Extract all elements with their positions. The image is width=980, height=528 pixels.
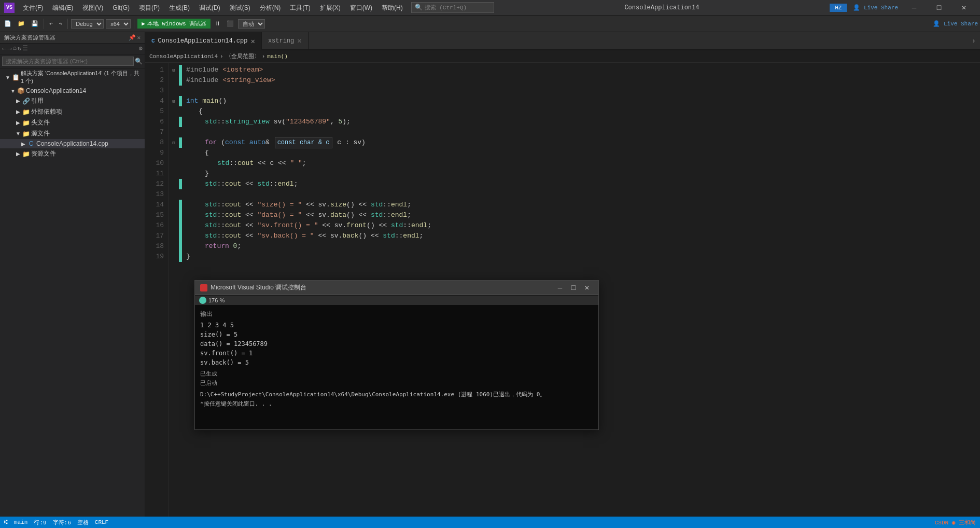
str-16: "sv.front() = "	[257, 220, 318, 231]
tree-references[interactable]: ▶ 🔗 引用	[0, 95, 145, 106]
toolbar-live-share[interactable]: 👤 Live Share	[933, 20, 978, 27]
menu-analyze[interactable]: 分析(N)	[256, 0, 285, 16]
breadcrumb-project[interactable]: ConsoleApplication14	[149, 53, 218, 60]
search-magnify-icon: 🔍	[135, 58, 143, 65]
tab-scroll-right-icon[interactable]: ›	[968, 37, 980, 45]
solution-expand-icon[interactable]: ▼	[4, 75, 11, 80]
tree-sources[interactable]: ▼ 📁 源文件	[0, 128, 145, 139]
close-button[interactable]: ✕	[952, 0, 976, 16]
status-space: 空格	[77, 519, 89, 526]
toolbar-save[interactable]: 💾	[29, 19, 40, 28]
tab-close-icon[interactable]: ✕	[250, 37, 255, 46]
toolbar-live-share-label: Live Share	[944, 21, 978, 27]
func-endl-15: endl	[391, 210, 407, 220]
sidebar-back-icon[interactable]: ←	[2, 45, 6, 53]
sidebar-settings-icon[interactable]: ⚙	[139, 45, 143, 53]
ln-9: 9	[145, 148, 164, 158]
references-expand-icon[interactable]: ▶	[15, 98, 22, 104]
code-line-7	[186, 127, 976, 137]
debug-console-title-bar: Microsoft Visual Studio 调试控制台 — □ ✕	[195, 281, 598, 295]
fold-8[interactable]: ⊟	[169, 137, 179, 148]
live-share-button[interactable]: 👤 Live Share	[853, 4, 898, 11]
breadcrumb-scope[interactable]: 〈全局范围〉	[226, 52, 260, 60]
menu-help[interactable]: 帮助(H)	[377, 0, 407, 16]
output-line-1: 1 2 3 4 5	[200, 321, 593, 330]
debug-console-maximize-button[interactable]: □	[567, 283, 580, 293]
main-layout: 解决方案资源管理器 📌 ✕ ← → ⌂ ↻ ☰ ⚙ 🔍 ▼ 📋	[0, 32, 980, 517]
ln-10: 10	[145, 158, 164, 169]
menu-debug[interactable]: 调试(D)	[195, 0, 225, 16]
tree-headers[interactable]: ▶ 📁 头文件	[0, 117, 145, 128]
status-branch-icon: ⑆	[4, 519, 8, 525]
kw-for: for	[205, 137, 221, 148]
toolbar-pause[interactable]: ⏸	[213, 19, 222, 28]
num-6: 5	[339, 117, 343, 127]
fold-2	[169, 75, 179, 86]
code-line-14: std::cout << "size() = " << sv.size() <<…	[186, 200, 976, 210]
sidebar-home-icon[interactable]: ⌂	[13, 45, 17, 53]
search-bar[interactable]: 🔍 搜索 (Ctrl+Q)	[411, 2, 494, 13]
fold-4[interactable]: ⊟	[169, 96, 179, 106]
menu-project[interactable]: 项目(P)	[135, 0, 164, 16]
toolbar-new[interactable]: 📄	[2, 19, 13, 28]
minimize-button[interactable]: —	[902, 0, 926, 16]
ln-15: 15	[145, 210, 164, 220]
cpp-file-icon: C	[27, 140, 35, 147]
sources-expand-icon[interactable]: ▼	[15, 131, 22, 136]
resources-expand-icon[interactable]: ▶	[15, 151, 22, 157]
ln-5: 5	[145, 106, 164, 117]
cpp-expand-icon[interactable]: ▶	[20, 141, 27, 147]
toolbar-separator-2	[67, 19, 68, 29]
sidebar-search[interactable]: 🔍	[0, 54, 145, 68]
platform-select[interactable]: x64	[106, 19, 131, 29]
tree-project[interactable]: ▼ 📦 ConsoleApplication14	[0, 86, 145, 95]
menu-git[interactable]: Git(G)	[108, 0, 134, 16]
project-expand-icon[interactable]: ▼	[9, 88, 17, 94]
tree-resources[interactable]: ▶ 📁 资源文件	[0, 148, 145, 159]
menu-extensions[interactable]: 扩展(X)	[316, 0, 345, 16]
str-6: "123456789"	[286, 117, 330, 127]
file-tree: ▼ 📋 解决方案 'ConsoleApplication14' (1 个项目，共…	[0, 68, 145, 517]
tree-external[interactable]: ▶ 📁 外部依赖项	[0, 106, 145, 117]
sidebar-search-input[interactable]	[2, 57, 134, 66]
window-title: ConsoleApplication14	[624, 4, 699, 11]
semi-10: ;	[302, 158, 306, 169]
toolbar-redo[interactable]: ↷	[57, 19, 65, 28]
menu-build[interactable]: 生成(B)	[165, 0, 194, 16]
fold-18	[169, 241, 179, 252]
fold-14	[169, 200, 179, 210]
tree-cpp-file[interactable]: ▶ C ConsoleApplication14.cpp	[0, 139, 145, 148]
debug-console-close-button[interactable]: ✕	[581, 283, 593, 293]
debug-console-minimize-button[interactable]: —	[554, 283, 566, 293]
status-indicator	[199, 297, 206, 304]
auto-select[interactable]: 自动	[238, 19, 265, 29]
breadcrumb-func[interactable]: main()	[267, 53, 288, 60]
func-front-16: front	[346, 220, 367, 231]
sidebar-close-icon[interactable]: ✕	[137, 34, 141, 41]
run-button[interactable]: ▶ 本地 Windows 调试器	[137, 19, 211, 29]
maximize-button[interactable]: □	[927, 0, 951, 16]
op-15d: ::	[383, 210, 391, 220]
menu-test[interactable]: 测试(S)	[226, 0, 255, 16]
sidebar-refresh-icon[interactable]: ↻	[18, 45, 21, 53]
sidebar-filter-icon[interactable]: ☰	[22, 45, 28, 53]
external-expand-icon[interactable]: ▶	[15, 109, 22, 115]
headers-expand-icon[interactable]: ▶	[15, 120, 22, 126]
toolbar-open[interactable]: 📁	[16, 19, 27, 28]
sidebar-pin-icon[interactable]: 📌	[129, 34, 136, 41]
debug-config-select[interactable]: Debug	[71, 19, 104, 29]
ns-15: std	[205, 210, 217, 220]
menu-window[interactable]: 窗口(W)	[346, 0, 376, 16]
tree-solution[interactable]: ▼ 📋 解决方案 'ConsoleApplication14' (1 个项目，共…	[0, 68, 145, 86]
menu-edit[interactable]: 编辑(E)	[48, 0, 77, 16]
menu-tools[interactable]: 工具(T)	[286, 0, 314, 16]
menu-view[interactable]: 视图(V)	[78, 0, 107, 16]
tab-xstring[interactable]: xstring ✕	[262, 32, 309, 50]
menu-file[interactable]: 文件(F)	[19, 0, 47, 16]
op-17b: <<	[241, 231, 257, 241]
tab-cpp[interactable]: C ConsoleApplication14.cpp ✕	[145, 32, 262, 50]
toolbar-stop[interactable]: ⬛	[225, 19, 236, 28]
sidebar-forward-icon[interactable]: →	[7, 45, 11, 53]
toolbar-undo[interactable]: ↶	[47, 19, 55, 28]
tab-xstring-close-icon[interactable]: ✕	[297, 36, 301, 45]
